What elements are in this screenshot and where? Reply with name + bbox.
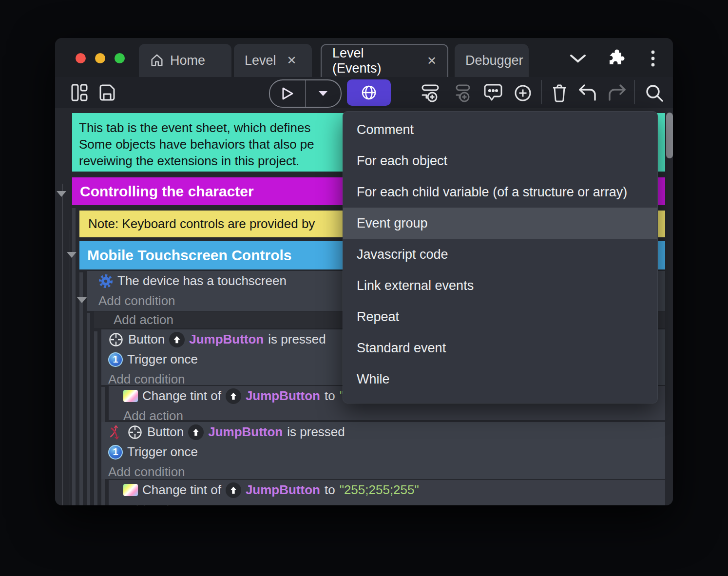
play-dropdown-button[interactable] — [306, 80, 341, 107]
play-button[interactable] — [270, 80, 305, 107]
jumpbutton-sprite-icon — [226, 388, 241, 404]
traffic-zoom-button[interactable] — [115, 53, 125, 63]
traffic-close-button[interactable] — [76, 53, 86, 63]
tab-label: Level — [245, 53, 276, 68]
add-action-icon[interactable] — [513, 83, 533, 103]
save-icon[interactable] — [98, 83, 116, 102]
group-title: Mobile Touchscreen Controls — [87, 247, 292, 264]
collapse-arrow-icon[interactable] — [57, 191, 66, 197]
chevron-down-icon[interactable] — [569, 54, 587, 63]
menu-item-for-each-object[interactable]: For each object — [343, 145, 657, 176]
tab-label: Debugger — [465, 53, 523, 68]
kebab-menu-icon[interactable] — [651, 50, 655, 67]
add-subevent-icon[interactable] — [453, 83, 474, 103]
layout-panels-icon[interactable] — [71, 83, 88, 102]
tab-level-events[interactable]: Level (Events) ✕ — [321, 44, 448, 77]
preview-split-button — [269, 79, 342, 108]
gamepad-icon — [108, 332, 124, 347]
add-action-link[interactable]: Add action — [109, 500, 665, 505]
add-condition-link[interactable]: Add condition — [101, 462, 665, 482]
toolbar — [55, 77, 673, 108]
event-jumpbutton-not-pressed[interactable]: Button JumpButton is pressed 1 Trigger o… — [101, 422, 665, 479]
vertical-scrollbar[interactable] — [666, 113, 673, 158]
tab-level[interactable]: Level ✕ — [234, 44, 312, 77]
traffic-minimize-button[interactable] — [95, 53, 105, 63]
add-event-context-menu: Comment For each object For each child v… — [343, 111, 658, 403]
jumpbutton-sprite-icon — [226, 482, 241, 498]
jumpbutton-sprite-icon — [169, 332, 185, 347]
redo-icon[interactable] — [607, 83, 627, 103]
tab-label: Level (Events) — [332, 46, 416, 76]
remote-preview-button[interactable] — [347, 79, 391, 106]
menu-item-for-each-child-variable[interactable]: For each child variable (of a structure … — [343, 176, 657, 208]
jumpbutton-sprite-icon — [188, 424, 204, 440]
menu-item-comment[interactable]: Comment — [343, 114, 657, 145]
note-text: Note: Keyboard controls are provided by — [88, 216, 315, 231]
undo-icon[interactable] — [577, 83, 598, 103]
tab-debugger[interactable]: Debugger — [455, 44, 529, 77]
trigger-once-icon: 1 — [108, 352, 123, 367]
tab-label: Home — [170, 53, 205, 68]
gamepad-icon — [127, 424, 143, 440]
tab-home[interactable]: Home — [139, 44, 231, 77]
tint-icon — [123, 390, 138, 402]
toolbar-divider — [634, 80, 635, 104]
app-window: Home Level ✕ Level (Events) ✕ Debugger — [55, 38, 673, 505]
group-title: Controlling the character — [80, 183, 254, 200]
menu-item-while[interactable]: While — [343, 364, 657, 395]
action-change-tint-2[interactable]: Change tint of JumpButton to "255;255;25… — [109, 480, 665, 505]
search-icon[interactable] — [645, 83, 664, 103]
collapse-arrow-icon[interactable] — [77, 297, 87, 303]
event-rail — [87, 313, 90, 505]
tint-icon — [123, 484, 138, 496]
close-tab-icon[interactable]: ✕ — [287, 54, 297, 67]
add-comment-icon[interactable] — [483, 83, 503, 103]
invert-condition-icon — [108, 424, 123, 440]
add-event-icon[interactable] — [421, 83, 443, 103]
toolbar-divider — [541, 80, 542, 104]
indent-guide — [62, 184, 63, 505]
gear-icon — [98, 274, 113, 288]
menu-item-event-group[interactable]: Event group — [343, 208, 657, 239]
close-tab-icon[interactable]: ✕ — [427, 54, 437, 68]
addons-puzzle-icon[interactable] — [606, 49, 625, 68]
event-rail — [94, 331, 97, 505]
condition-text: The device has a touchscreen — [117, 273, 287, 288]
menu-item-link-external-events[interactable]: Link external events — [343, 270, 657, 301]
globe-icon — [360, 84, 378, 101]
trigger-once-icon: 1 — [108, 445, 123, 460]
menu-item-javascript-code[interactable]: Javascript code — [343, 239, 657, 270]
group-rail — [79, 272, 83, 505]
indent-guide — [70, 230, 70, 505]
home-icon — [150, 53, 164, 68]
menu-item-repeat[interactable]: Repeat — [343, 301, 657, 332]
menu-item-standard-event[interactable]: Standard event — [343, 332, 657, 364]
title-bar: Home Level ✕ Level (Events) ✕ Debugger — [55, 38, 673, 77]
delete-icon[interactable] — [550, 83, 569, 103]
collapse-arrow-icon[interactable] — [67, 252, 77, 258]
